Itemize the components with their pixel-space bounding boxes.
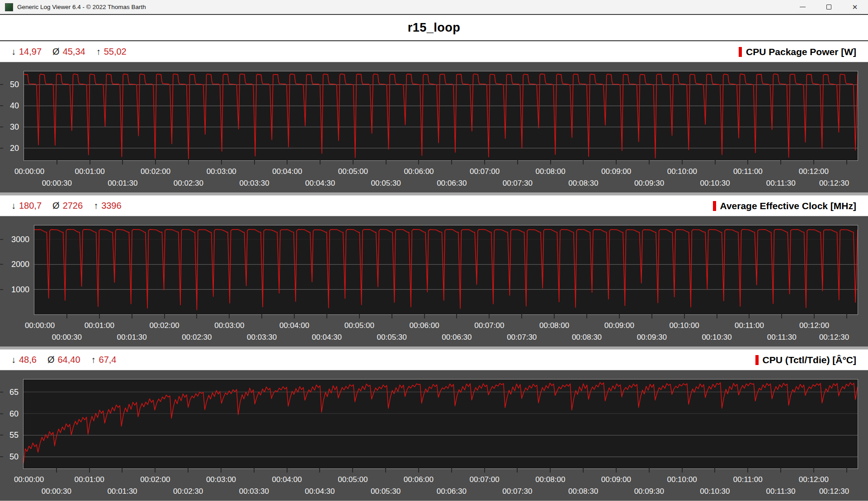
series-line — [24, 383, 858, 463]
plot-area[interactable] — [24, 379, 858, 468]
x-axis-label: 00:01:30 — [107, 487, 137, 496]
x-axis-label: 00:09:00 — [601, 167, 631, 176]
x-axis-tick — [484, 160, 485, 164]
x-axis-tick — [651, 314, 652, 318]
x-axis-tick — [684, 314, 685, 318]
x-axis-tick — [846, 314, 847, 318]
x-axis-tick — [616, 468, 617, 473]
series-legend: CPU Package Power [W] — [739, 47, 856, 57]
x-axis-label: 00:03:30 — [239, 179, 269, 188]
x-axis-label: 00:10:30 — [700, 179, 730, 188]
x-axis-label: 00:00:00 — [25, 321, 55, 330]
y-axis-tick — [0, 126, 3, 127]
min-arrow-icon: ↓ — [11, 47, 16, 57]
x-axis-label: 00:01:30 — [117, 333, 147, 342]
x-axis-tick — [287, 468, 288, 473]
x-axis-tick — [359, 314, 360, 318]
x-axis-tick — [122, 160, 123, 164]
x-axis-tick — [583, 468, 584, 473]
x-axis-label: 00:06:30 — [437, 487, 467, 496]
x-axis-label: 00:01:30 — [108, 179, 137, 188]
min-arrow-icon: ↓ — [11, 355, 16, 365]
y-axis-label: 3000 — [0, 234, 29, 244]
x-axis-tick — [294, 314, 295, 318]
x-axis-label: 00:04:00 — [279, 321, 309, 330]
x-axis-tick — [188, 468, 189, 473]
x-axis-label: 00:03:00 — [206, 475, 236, 484]
x-axis-tick — [66, 314, 67, 318]
y-axis-label: 1000 — [0, 285, 29, 295]
x-axis-label: 00:10:00 — [667, 475, 697, 484]
x-axis-label: 00:10:00 — [667, 167, 697, 176]
x-axis-tick — [616, 160, 617, 164]
x-axis-tick — [583, 160, 584, 164]
x-axis-tick — [649, 160, 650, 164]
x-axis-label: 00:02:00 — [140, 475, 170, 484]
x-axis-tick — [586, 314, 587, 318]
minimize-icon — [800, 7, 806, 7]
y-axis-tick — [0, 239, 3, 240]
x-axis-tick — [221, 468, 222, 473]
x-axis-label: 00:05:00 — [338, 167, 368, 176]
x-axis-tick — [122, 468, 123, 473]
x-axis-label: 00:00:30 — [52, 333, 82, 342]
x-axis-tick — [846, 160, 847, 164]
maximize-button[interactable] — [816, 0, 842, 14]
x-axis-tick — [188, 160, 189, 164]
close-button[interactable]: ✕ — [842, 0, 868, 14]
x-axis-tick — [715, 160, 716, 164]
y-axis-tick — [0, 413, 3, 414]
x-axis-tick — [326, 314, 327, 318]
stats-row: ↓ 14,97 Ø 45,34 ↑ 55,02 CPU Package Powe… — [0, 41, 868, 62]
x-axis-tick — [418, 468, 419, 473]
x-axis-tick — [682, 160, 683, 164]
x-axis-label: 00:06:00 — [404, 475, 434, 484]
series-line — [24, 74, 858, 159]
x-axis-tick — [780, 468, 781, 473]
x-axis-label: 00:07:00 — [470, 475, 500, 484]
stat-avg: 2726 — [63, 201, 83, 211]
minimize-button[interactable] — [789, 0, 816, 14]
chart-panel: 2030405000:00:0000:01:0000:02:0000:03:00… — [0, 62, 868, 195]
x-axis-tick — [155, 160, 156, 164]
x-axis-tick — [749, 314, 750, 318]
max-arrow-icon: ↑ — [91, 355, 96, 365]
x-axis-label: 00:07:30 — [503, 179, 533, 188]
stat-avg: 64,40 — [58, 355, 80, 365]
x-axis-label: 00:04:30 — [312, 333, 342, 342]
x-axis-label: 00:00:30 — [42, 179, 72, 188]
plot-area[interactable] — [24, 71, 858, 160]
x-axis-tick — [229, 314, 230, 318]
x-axis-tick — [813, 468, 814, 473]
min-arrow-icon: ↓ — [11, 201, 16, 211]
avg-icon: Ø — [47, 355, 55, 365]
x-axis-label: 00:02:30 — [173, 487, 203, 496]
x-axis-label: 00:05:30 — [371, 179, 401, 188]
x-axis-label: 00:08:00 — [536, 167, 566, 176]
x-axis-tick — [319, 468, 320, 473]
stats-values: ↓ 14,97 Ø 45,34 ↑ 55,02 — [11, 47, 127, 57]
chart-svg — [24, 71, 858, 160]
x-axis-tick — [489, 314, 490, 318]
x-axis-label: 00:03:30 — [239, 487, 269, 496]
series-legend: CPU (Tctl/Tdie) [Â°C] — [755, 355, 857, 365]
plot-area[interactable] — [34, 225, 858, 314]
max-arrow-icon: ↑ — [96, 47, 101, 57]
x-axis-label: 00:08:30 — [572, 333, 602, 342]
y-axis-tick — [0, 84, 3, 85]
x-axis-label: 00:04:00 — [272, 167, 302, 176]
x-axis-tick — [352, 468, 353, 473]
stats-row: ↓ 48,6 Ø 64,40 ↑ 67,4 CPU (Tctl/Tdie) [Â… — [0, 349, 868, 370]
x-axis-label: 00:09:30 — [637, 333, 667, 342]
stat-max: 55,02 — [104, 47, 127, 57]
series-label: CPU (Tctl/Tdie) [Â°C] — [763, 355, 857, 365]
x-axis-tick — [619, 314, 620, 318]
x-axis-tick — [254, 468, 255, 473]
stats-values: ↓ 48,6 Ø 64,40 ↑ 67,4 — [11, 355, 117, 365]
x-axis-label: 00:11:00 — [733, 475, 763, 484]
series-label: CPU Package Power [W] — [746, 47, 856, 57]
x-axis-label: 00:09:30 — [634, 179, 664, 188]
x-axis-tick — [780, 160, 781, 164]
chart-svg — [34, 225, 858, 314]
x-axis-label: 00:11:30 — [766, 179, 796, 188]
